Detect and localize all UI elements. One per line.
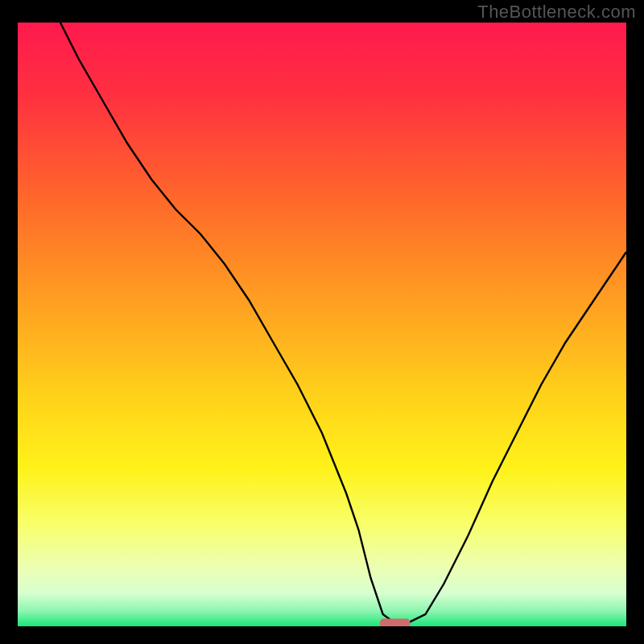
plot-area (18, 23, 626, 626)
watermark-text: TheBottleneck.com (477, 2, 636, 23)
chart-svg (18, 23, 626, 626)
chart-frame: TheBottleneck.com (0, 0, 644, 644)
optimal-zone-marker (380, 619, 411, 627)
